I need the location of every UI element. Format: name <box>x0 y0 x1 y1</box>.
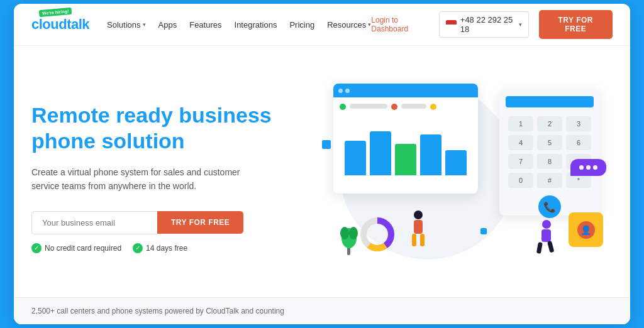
chart-bars <box>340 125 472 175</box>
bar-1 <box>345 141 366 175</box>
email-form: TRY FOR FREE <box>31 211 296 234</box>
dial-key-5: 5 <box>537 135 562 150</box>
dot-row <box>340 104 472 112</box>
hero-try-button[interactable]: TRY FOR FREE <box>157 211 243 234</box>
hero-description: Create a virtual phone system for sales … <box>31 165 258 194</box>
svg-point-6 <box>349 227 358 239</box>
chat-bubble <box>570 159 606 176</box>
nav-resources[interactable]: Resources ▾ <box>327 20 371 30</box>
login-link[interactable]: Login to Dashboard <box>371 16 428 33</box>
header-right: Login to Dashboard +48 22 292 25 18 ▾ TR… <box>371 10 613 39</box>
chevron-down-icon: ▾ <box>143 21 146 28</box>
dial-key-hash: # <box>537 173 562 188</box>
hero-title: Remote ready business phone solution <box>31 102 296 154</box>
plant-illustration <box>338 219 360 260</box>
flag-poland-icon <box>446 20 457 29</box>
logo[interactable]: cloudtalk <box>31 16 89 33</box>
chat-dot <box>579 165 584 170</box>
donut-chart <box>358 216 396 253</box>
logo-area: We're hiring! cloudtalk <box>31 16 89 33</box>
trust-badges: ✓ No credit card required ✓ 14 days free <box>31 243 296 253</box>
decorative-square-1 <box>322 140 331 149</box>
phone-number: +48 22 292 25 18 <box>460 15 515 34</box>
yellow-dot <box>430 104 436 110</box>
green-dot <box>340 104 346 110</box>
svg-point-5 <box>340 227 349 239</box>
footer-bar: 2,500+ call centers and phone systems po… <box>14 297 630 324</box>
window-dot <box>345 89 350 93</box>
check-icon: ✓ <box>31 243 42 253</box>
dialpad-card: 1 2 3 4 5 6 7 8 9 0 # * 📞 <box>499 90 600 216</box>
call-button-icon: 📞 <box>538 195 561 218</box>
decorative-square-2 <box>480 228 487 234</box>
main-container: We're hiring! cloudtalk Solutions ▾ Apps… <box>14 4 630 324</box>
footer-text: 2,500+ call centers and phone systems po… <box>31 307 613 315</box>
hero-content: Remote ready business phone solution Cre… <box>31 102 296 253</box>
trust-free-trial: ✓ 14 days free <box>133 243 187 253</box>
header-try-button[interactable]: TRY FOR FREE <box>539 10 613 39</box>
nav-apps[interactable]: Apps <box>158 20 177 30</box>
dial-key-6: 6 <box>566 135 591 150</box>
line-placeholder <box>401 104 426 109</box>
avatar-card: 👤 <box>569 212 603 247</box>
header: We're hiring! cloudtalk Solutions ▾ Apps… <box>14 4 630 46</box>
phone-selector[interactable]: +48 22 292 25 18 ▾ <box>439 11 529 38</box>
bar-2 <box>370 131 391 175</box>
bar-3 <box>395 144 416 175</box>
nav-solutions[interactable]: Solutions ▾ <box>107 20 145 30</box>
svg-rect-14 <box>547 241 554 253</box>
card-body <box>333 97 478 182</box>
trust-no-credit-card: ✓ No credit card required <box>31 243 121 253</box>
dial-key-8: 8 <box>537 154 562 169</box>
dial-key-4: 4 <box>508 135 533 150</box>
avatar: 👤 <box>577 221 595 239</box>
window-dot <box>338 89 343 93</box>
dial-key-1: 1 <box>508 116 533 131</box>
hero-section: Remote ready business phone solution Cre… <box>14 46 630 297</box>
dial-key-2: 2 <box>537 116 562 131</box>
line-placeholder <box>350 104 387 109</box>
donut-svg <box>358 216 396 253</box>
orange-dot <box>391 104 397 110</box>
nav-integrations[interactable]: Integrations <box>235 20 277 30</box>
person-1-illustration <box>409 210 428 253</box>
chat-dot <box>586 165 591 170</box>
svg-point-11 <box>542 220 551 229</box>
dialpad-header <box>506 96 594 107</box>
dial-key-3: 3 <box>566 116 591 131</box>
hiring-badge: We're hiring! <box>39 8 72 18</box>
svg-rect-8 <box>414 220 423 234</box>
nav-features[interactable]: Features <box>189 20 221 30</box>
check-icon: ✓ <box>133 243 143 253</box>
dial-key-7: 7 <box>508 154 533 169</box>
dial-key-0: 0 <box>508 173 533 188</box>
email-input[interactable] <box>31 211 157 234</box>
dialpad-grid: 1 2 3 4 5 6 7 8 9 0 # * <box>506 114 594 190</box>
svg-rect-10 <box>420 234 425 246</box>
hero-illustration: 1 2 3 4 5 6 7 8 9 0 # * 📞 <box>308 71 613 285</box>
chevron-down-icon: ▾ <box>519 21 522 28</box>
svg-rect-9 <box>412 234 416 246</box>
nav: Solutions ▾ Apps Features Integrations P… <box>107 20 371 30</box>
nav-pricing[interactable]: Pricing <box>289 20 314 30</box>
bar-4 <box>420 134 441 175</box>
person-2-illustration <box>534 219 556 266</box>
bar-5 <box>445 150 467 175</box>
svg-rect-12 <box>541 229 551 242</box>
card-header-bar <box>333 84 478 97</box>
svg-rect-13 <box>536 242 543 254</box>
svg-point-7 <box>414 210 423 219</box>
dashboard-card <box>333 84 478 194</box>
chat-dot <box>593 165 597 170</box>
